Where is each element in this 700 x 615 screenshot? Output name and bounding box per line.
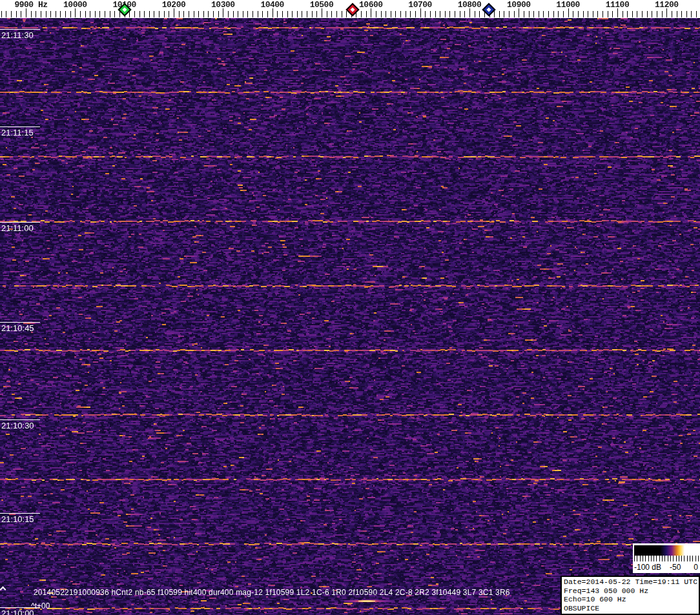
marker-core [350, 7, 355, 12]
time-tick-line [0, 126, 40, 127]
info-station-line: OBSUPICE [564, 604, 697, 613]
db-mid-label: -50 [670, 563, 681, 572]
time-tick-line [0, 322, 40, 323]
time-tick-line [0, 222, 40, 223]
freq-tick-label: 11200 [655, 0, 679, 10]
waterfall-display [0, 18, 700, 615]
time-tick-line [0, 29, 40, 30]
freq-tick-label: 10800 [458, 0, 482, 10]
trigger-time-label: ^t+00 [31, 601, 50, 610]
freq-tick-label: 11000 [556, 0, 580, 10]
frequency-ruler: 9900 Hz100001010010200103001040010500106… [0, 0, 700, 18]
freq-tick-label: 10400 [260, 0, 284, 10]
time-tick-label: 21:10:15 [1, 514, 34, 524]
observation-info-box: Date=2014-05-22 Time=19:11 UTC Freq=143 … [561, 576, 700, 615]
time-tick-line [0, 513, 40, 514]
db-scale-legend: -100 dB -50 0 [633, 543, 700, 573]
time-tick-label: 21:10:45 [1, 323, 34, 333]
marker-core [122, 7, 127, 12]
freq-tick-label: 10300 [211, 0, 235, 10]
freq-tick-label: 10500 [310, 0, 334, 10]
freq-tick-label: 10200 [162, 0, 186, 10]
db-gradient-bar [634, 545, 699, 556]
marker-core [486, 7, 491, 12]
time-tick-label: 21:11:30 [1, 30, 34, 40]
freq-tick-label: 11100 [606, 0, 630, 10]
freq-tick-label: 10700 [408, 0, 432, 10]
time-tick-label: 21:11:15 [1, 128, 34, 137]
time-tick-label: 21:10:00 [1, 609, 34, 615]
db-scale-ticks [634, 556, 699, 561]
time-tick-line [0, 419, 40, 420]
info-freq-line: Freq=143 050 000 Hz [564, 587, 697, 596]
detection-summary-text: 20140522191000936 hCnt2 nb-65 f10599 hit… [34, 588, 510, 597]
time-tick-label: 21:11:00 [1, 223, 34, 233]
freq-tick-label: 10600 [359, 0, 383, 10]
info-echo-line: Echo=10 600 Hz [564, 595, 697, 604]
freq-tick-label: 10000 [63, 0, 87, 10]
time-tick-label: 21:10:30 [1, 421, 34, 430]
freq-tick-label: 10900 [507, 0, 531, 10]
freq-tick-label: 9900 Hz [14, 0, 47, 10]
spectrogram-window: 9900 Hz100001010010200103001040010500106… [0, 0, 700, 615]
info-date-line: Date=2014-05-22 Time=19:11 UTC [564, 578, 697, 587]
db-min-label: -100 dB [634, 563, 661, 572]
db-max-label: 0 [694, 563, 698, 572]
